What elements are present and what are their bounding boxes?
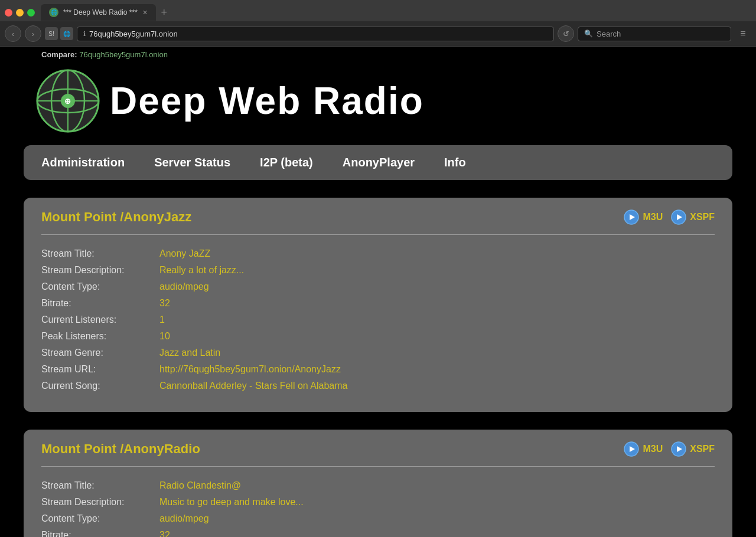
field-value-anony-jazz-2: audio/mpeg: [159, 279, 715, 295]
table-row: Stream Description:Music to go deep and …: [41, 494, 715, 510]
tab-favicon: 🌐: [49, 8, 58, 17]
field-value-anony-jazz-7[interactable]: http://76qugh5bey5gum7l.onion/AnonyJazz: [159, 361, 715, 378]
site-title: Deep Web Radio: [110, 79, 424, 123]
compare-url: 76qugh5bey5gum7l.onion: [79, 50, 168, 59]
mount-divider-anony-jazz: [41, 234, 715, 235]
field-label-anony-radio-1: Stream Description:: [41, 494, 159, 510]
nav-bar: ‹ › S! 🌐 ℹ 76qugh5bey5gum7l.onion ↺ 🔍 Se…: [0, 21, 756, 46]
nav-item-info[interactable]: Info: [444, 156, 466, 169]
close-traffic-light[interactable]: [5, 9, 12, 17]
field-label-anony-jazz-5: Peak Listeners:: [41, 328, 159, 345]
address-text: 76qugh5bey5gum7l.onion: [89, 30, 178, 38]
field-value-anony-jazz-8: Cannonball Adderley - Stars Fell on Alab…: [159, 378, 715, 394]
maximize-traffic-light[interactable]: [27, 9, 35, 17]
mount-actions-anony-jazz: M3U XSPF: [624, 209, 715, 225]
table-row: Bitrate:32: [41, 295, 715, 312]
table-row: Content Type:audio/mpeg: [41, 279, 715, 295]
field-label-anony-jazz-3: Bitrate:: [41, 295, 159, 312]
field-value-anony-radio-0: Radio Clandestin@: [159, 477, 715, 494]
table-row: Current Listeners:1: [41, 312, 715, 328]
xspf-label-anony-radio: XSPF: [690, 444, 715, 454]
mount-divider-anony-radio: [41, 466, 715, 467]
site-navigation: Administration Server Status I2P (beta) …: [24, 145, 732, 180]
search-bar[interactable]: 🔍 Search: [578, 27, 731, 41]
forward-button[interactable]: ›: [25, 25, 41, 42]
xspf-label-anony-jazz: XSPF: [690, 212, 715, 222]
tab-title: *** Deep Web Radio ***: [63, 8, 138, 17]
xspf-button-anony-jazz[interactable]: XSPF: [671, 209, 715, 225]
compare-bar: Compare: 76qugh5bey5gum7l.onion: [0, 47, 756, 63]
nav-item-anonyplayer[interactable]: AnonyPlayer: [343, 156, 415, 169]
mount-title-anony-jazz: Mount Point /AnonyJazz: [41, 209, 191, 225]
field-value-anony-radio-1: Music to go deep and make love...: [159, 494, 715, 510]
mount-card-anony-jazz: Mount Point /AnonyJazz M3U XSPF Stream T…: [24, 198, 732, 412]
site-logo: ⊕: [35, 68, 100, 133]
field-label-anony-radio-3: Bitrate:: [41, 527, 159, 537]
mount-header-anony-jazz: Mount Point /AnonyJazz M3U XSPF: [41, 209, 715, 225]
mount-cards-container: Mount Point /AnonyJazz M3U XSPF Stream T…: [0, 198, 756, 537]
table-row: Stream Title:Anony JaZZ: [41, 245, 715, 262]
field-value-anony-jazz-1: Really a lot of jazz...: [159, 262, 715, 279]
active-tab[interactable]: 🌐 *** Deep Web Radio *** ✕: [41, 4, 156, 21]
field-label-anony-jazz-0: Stream Title:: [41, 245, 159, 262]
back-button[interactable]: ‹: [5, 25, 21, 42]
table-row: Peak Listeners:10: [41, 328, 715, 345]
mount-title-anony-radio: Mount Point /AnonyRadio: [41, 441, 200, 457]
field-value-anony-radio-2: audio/mpeg: [159, 510, 715, 527]
new-tab-button[interactable]: +: [156, 4, 172, 21]
nav-extensions: S! 🌐: [45, 27, 73, 40]
search-icon: 🔍: [584, 30, 593, 38]
field-label-anony-jazz-7: Stream URL:: [41, 361, 159, 378]
field-label-anony-jazz-6: Stream Genre:: [41, 345, 159, 361]
field-value-anony-jazz-6: Jazz and Latin: [159, 345, 715, 361]
m3u-button-anony-jazz[interactable]: M3U: [624, 209, 663, 225]
field-label-anony-radio-2: Content Type:: [41, 510, 159, 527]
nav-item-administration[interactable]: Administration: [41, 156, 125, 169]
traffic-lights: [5, 9, 35, 17]
field-value-anony-jazz-5: 10: [159, 328, 715, 345]
reload-button[interactable]: ↺: [558, 25, 574, 42]
mount-card-anony-radio: Mount Point /AnonyRadio M3U XSPF Stream …: [24, 430, 732, 537]
svg-text:⊕: ⊕: [64, 97, 71, 106]
xspf-button-anony-radio[interactable]: XSPF: [671, 441, 715, 457]
table-row: Stream Description:Really a lot of jazz.…: [41, 262, 715, 279]
security-icon: ℹ: [83, 30, 86, 38]
table-row: Bitrate:32: [41, 527, 715, 537]
field-label-anony-radio-0: Stream Title:: [41, 477, 159, 494]
table-row: Stream Genre:Jazz and Latin: [41, 345, 715, 361]
extension-1[interactable]: S!: [45, 27, 58, 40]
field-value-anony-jazz-4: 1: [159, 312, 715, 328]
info-table-anony-radio: Stream Title:Radio Clandestin@Stream Des…: [41, 477, 715, 537]
table-row: Current Song:Cannonball Adderley - Stars…: [41, 378, 715, 394]
table-row: Stream URL:http://76qugh5bey5gum7l.onion…: [41, 361, 715, 378]
search-placeholder: Search: [597, 30, 621, 38]
minimize-traffic-light[interactable]: [16, 9, 24, 17]
table-row: Stream Title:Radio Clandestin@: [41, 477, 715, 494]
field-value-anony-radio-3: 32: [159, 527, 715, 537]
field-label-anony-jazz-8: Current Song:: [41, 378, 159, 394]
tab-close-button[interactable]: ✕: [142, 9, 148, 17]
extension-2[interactable]: 🌐: [60, 27, 73, 40]
address-bar[interactable]: ℹ 76qugh5bey5gum7l.onion: [77, 27, 554, 41]
browser-menu-button[interactable]: ≡: [735, 25, 751, 42]
m3u-label-anony-jazz: M3U: [643, 212, 663, 222]
info-table-anony-jazz: Stream Title:Anony JaZZStream Descriptio…: [41, 245, 715, 394]
compare-label: Compare:: [41, 50, 77, 59]
field-value-anony-jazz-3: 32: [159, 295, 715, 312]
browser-chrome: 🌐 *** Deep Web Radio *** ✕ + ‹ › S! 🌐 ℹ …: [0, 0, 756, 47]
nav-item-i2p[interactable]: I2P (beta): [260, 156, 313, 169]
field-label-anony-jazz-2: Content Type:: [41, 279, 159, 295]
m3u-label-anony-radio: M3U: [643, 444, 663, 454]
mount-header-anony-radio: Mount Point /AnonyRadio M3U XSPF: [41, 441, 715, 457]
nav-item-server-status[interactable]: Server Status: [154, 156, 230, 169]
m3u-button-anony-radio[interactable]: M3U: [624, 441, 663, 457]
field-label-anony-jazz-4: Current Listeners:: [41, 312, 159, 328]
site-header: ⊕ Deep Web Radio: [0, 63, 756, 145]
tab-bar: 🌐 *** Deep Web Radio *** ✕ +: [0, 0, 756, 21]
table-row: Content Type:audio/mpeg: [41, 510, 715, 527]
page-content: Compare: 76qugh5bey5gum7l.onion ⊕ Deep W…: [0, 47, 756, 537]
mount-actions-anony-radio: M3U XSPF: [624, 441, 715, 457]
field-label-anony-jazz-1: Stream Description:: [41, 262, 159, 279]
field-value-anony-jazz-0: Anony JaZZ: [159, 245, 715, 262]
